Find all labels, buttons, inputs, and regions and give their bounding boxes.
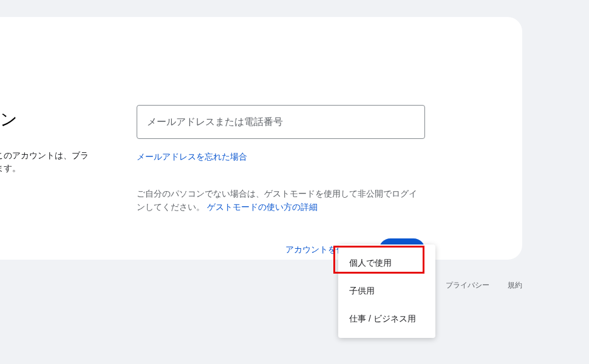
dropdown-item-child[interactable]: 子供用	[338, 277, 435, 305]
description-line2: アプリで利用できます。	[0, 163, 21, 173]
dropdown-item-business[interactable]: 仕事 / ビジネス用	[338, 305, 435, 333]
email-phone-input[interactable]	[137, 105, 425, 139]
form-area: メールアドレスを忘れた場合 ご自分のパソコンでない場合は、ゲストモードを使用して…	[137, 105, 425, 261]
privacy-link[interactable]: プライバシー	[446, 280, 489, 291]
input-container	[137, 105, 425, 139]
description-text: ログインします。このアカウントは、ブラ アプリで利用できます。	[0, 149, 89, 175]
signin-card: ン ログインします。このアカウントは、ブラ アプリで利用できます。 メールアドレ…	[0, 17, 522, 260]
guest-mode-link[interactable]: ゲストモードの使い方の詳細	[207, 202, 318, 212]
title-fragment: ン	[0, 108, 18, 131]
description-line1: ログインします。このアカウントは、ブラ	[0, 150, 89, 160]
dropdown-item-personal[interactable]: 個人で使用	[338, 249, 435, 277]
footer: プライバシー 規約	[0, 280, 522, 291]
guest-mode-text: ご自分のパソコンでない場合は、ゲストモードを使用して非公開でログインしてください…	[137, 187, 425, 214]
forgot-email-link[interactable]: メールアドレスを忘れた場合	[137, 152, 247, 163]
account-type-dropdown: 個人で使用 子供用 仕事 / ビジネス用	[338, 244, 435, 338]
terms-link[interactable]: 規約	[508, 280, 522, 291]
